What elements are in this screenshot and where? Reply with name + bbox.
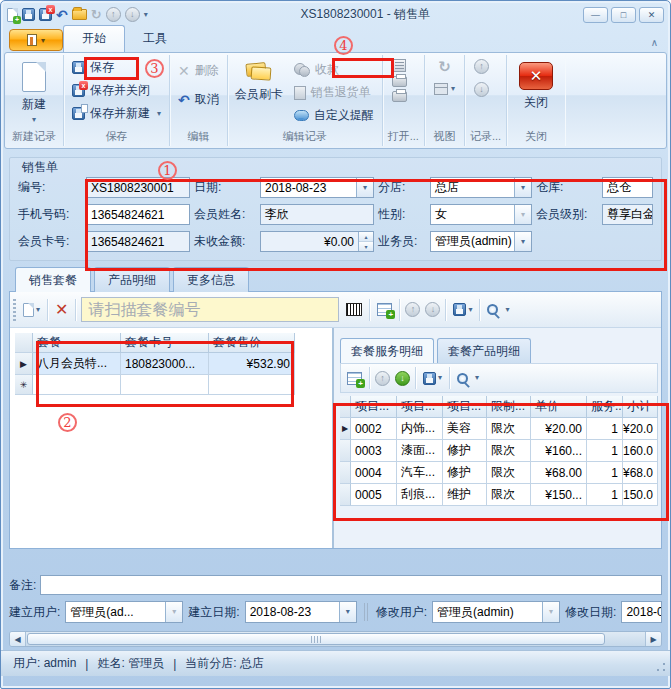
grid-cell[interactable]: 限次	[487, 440, 531, 462]
grid-cell[interactable]	[121, 375, 209, 395]
save-icon[interactable]	[22, 8, 35, 21]
undo-icon[interactable]: ↶	[56, 8, 68, 22]
toolbar-grip[interactable]	[13, 299, 16, 321]
save-and-close-icon[interactable]: x	[39, 8, 52, 21]
gender-dropdown-icon[interactable]: ▾	[514, 205, 531, 224]
column-header[interactable]: 服务...	[587, 396, 623, 418]
remark-input[interactable]	[40, 575, 662, 595]
search-button[interactable]	[455, 371, 470, 386]
search-button[interactable]	[485, 302, 500, 317]
save-button[interactable]: 保存	[67, 57, 166, 78]
column-header[interactable]: 小计	[623, 396, 658, 418]
add-record-button[interactable]	[375, 301, 394, 318]
grid-cell[interactable]: 0005	[351, 484, 397, 506]
grid-cell[interactable]	[209, 375, 295, 395]
column-header[interactable]: 项目...	[351, 396, 397, 418]
grid-cell[interactable]: 漆面...	[397, 440, 443, 462]
modified-date-field[interactable]: 2018-08-23	[621, 601, 662, 623]
salesman-dropdown-icon[interactable]: ▾	[514, 232, 531, 251]
scroll-right-icon[interactable]: ▶	[645, 632, 661, 646]
printer-icon[interactable]	[392, 76, 407, 87]
service-row[interactable]: 0004 汽车... 修护 限次 ¥68.00 1 ¥68.0	[340, 462, 658, 484]
move-up-icon[interactable]: ↑	[375, 371, 390, 386]
export-button[interactable]: ▾	[421, 370, 444, 387]
created-date-field[interactable]: 2018-08-23 ▾	[245, 601, 357, 623]
save-and-new-button[interactable]: 保存并新建 ▾	[67, 103, 166, 124]
grid-cell[interactable]: ¥150.0	[623, 484, 658, 506]
no-field[interactable]: XS1808230001	[86, 177, 190, 198]
new-line-button[interactable]: ▾	[21, 301, 42, 319]
new-button[interactable]: 新建 ▾	[8, 57, 60, 126]
collect-payment-button[interactable]: 收款	[289, 59, 379, 80]
created-date-dropdown-icon[interactable]: ▾	[339, 602, 356, 622]
resize-grip[interactable]	[656, 662, 666, 672]
grid-cell[interactable]: 1	[587, 484, 623, 506]
unpaid-spinner[interactable]: ▴▾	[358, 232, 373, 251]
layout-button[interactable]: ▾	[434, 83, 455, 95]
grid-cell[interactable]: 1	[587, 440, 623, 462]
created-by-field[interactable]: 管理员(ad... ▾	[65, 601, 183, 623]
collapse-ribbon-icon[interactable]: ∧	[651, 37, 658, 48]
close-button[interactable]: ✕ 关闭	[510, 57, 562, 113]
member-level-field[interactable]: 尊享白金	[602, 204, 653, 225]
grid-cell[interactable]: 0004	[351, 462, 397, 484]
grid-cell[interactable]: 美容	[443, 418, 487, 440]
column-header[interactable]: 项目...	[443, 396, 487, 418]
grid-cell[interactable]: 维护	[443, 484, 487, 506]
package-row[interactable]: ▶ 八月会员特... 180823000... ¥532.90	[15, 353, 332, 375]
branch-dropdown-icon[interactable]: ▾	[514, 178, 531, 197]
service-row[interactable]: 0005 刮痕... 维护 限次 ¥150... 1 ¥150.0	[340, 484, 658, 506]
refresh-icon[interactable]: ↻	[438, 59, 451, 74]
grid-cell[interactable]: ¥20.00	[531, 418, 587, 440]
grid-cell[interactable]: 限次	[487, 484, 531, 506]
member-name-field[interactable]: 李欣	[260, 204, 374, 225]
tab-tools[interactable]: 工具	[125, 26, 185, 52]
scan-package-input[interactable]	[81, 297, 339, 322]
modified-by-field[interactable]: 管理员(admin) ▾	[432, 601, 560, 623]
service-row[interactable]: ▶ 0002 内饰... 美容 限次 ¥20.00 1 ¥20.0	[340, 418, 658, 440]
tab-product-detail[interactable]: 产品明细	[94, 267, 170, 292]
printer2-icon[interactable]	[392, 91, 407, 102]
phone-field[interactable]: 13654824621	[86, 204, 190, 225]
branch-field[interactable]: 总店▾	[430, 177, 532, 198]
grid-cell[interactable]: 修护	[443, 462, 487, 484]
delete-line-button[interactable]: ✕	[53, 301, 70, 319]
tab-more-info[interactable]: 更多信息	[173, 267, 249, 292]
toolbar-more-icon[interactable]: ▾	[505, 306, 509, 314]
grid-cell[interactable]: 汽车...	[397, 462, 443, 484]
grid-cell[interactable]: 1	[587, 462, 623, 484]
grid-cell[interactable]: 1	[587, 418, 623, 440]
redo-icon[interactable]: ↻	[91, 8, 102, 22]
application-menu-button[interactable]: ▾	[9, 29, 63, 51]
cancel-button[interactable]: ↶ 取消	[173, 89, 224, 110]
move-down-icon[interactable]: ↓	[425, 302, 440, 317]
next-record-icon[interactable]: ↓	[125, 7, 140, 22]
scroll-left-icon[interactable]: ◀	[10, 632, 26, 646]
horizontal-scrollbar[interactable]: ◀ ▶	[9, 631, 662, 647]
column-header[interactable]: 单价	[531, 396, 587, 418]
unpaid-field[interactable]: ¥0.00▴▾	[260, 231, 374, 252]
column-header[interactable]: 套餐卡号	[121, 333, 209, 353]
date-dropdown-icon[interactable]: ▾	[356, 178, 373, 197]
modified-by-dropdown-icon[interactable]: ▾	[542, 602, 559, 622]
barcode-button[interactable]	[344, 301, 364, 318]
grid-cell[interactable]: ¥68.0	[623, 462, 658, 484]
new-row[interactable]: ✳	[15, 375, 332, 395]
created-by-dropdown-icon[interactable]: ▾	[165, 602, 182, 622]
column-header[interactable]: 套餐	[33, 333, 121, 353]
sales-return-button[interactable]: 销售退货单	[289, 82, 379, 103]
move-up-icon[interactable]: ↑	[405, 302, 420, 317]
minimize-button[interactable]: —	[583, 7, 608, 23]
add-record-button[interactable]	[345, 370, 364, 387]
grid-cell[interactable]: ¥68.00	[531, 462, 587, 484]
custom-reminder-button[interactable]: 自定义提醒	[289, 105, 379, 126]
warehouse-field[interactable]: 总仓	[602, 177, 653, 198]
date-field[interactable]: 2018-08-23▾	[260, 177, 374, 198]
delete-button[interactable]: ✕ 删除	[173, 60, 224, 81]
card-no-field[interactable]: 13654824621	[86, 231, 190, 252]
service-row[interactable]: 0003 漆面... 修护 限次 ¥160... 1 ¥160.0	[340, 440, 658, 462]
grid-cell[interactable]: 180823000...	[121, 353, 209, 375]
save-and-close-button[interactable]: x 保存并关闭	[67, 80, 166, 101]
close-window-button[interactable]: ✕	[639, 7, 664, 23]
grid-cell[interactable]: 0002	[351, 418, 397, 440]
